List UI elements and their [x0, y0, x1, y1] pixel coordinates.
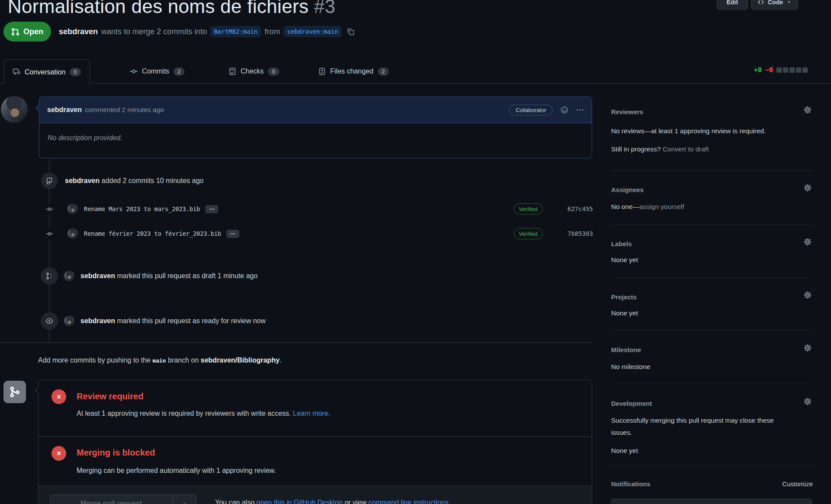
base-branch-label[interactable]: BartM82:main: [210, 26, 261, 37]
tab-files-changed-count: 2: [378, 67, 389, 76]
commit-message-link[interactable]: Rename février 2023 to février_2023.bib: [84, 230, 221, 237]
git-merge-icon: [3, 381, 26, 403]
commit-sha-link[interactable]: 627c455: [559, 205, 593, 212]
development-empty-text: None yet: [611, 447, 638, 455]
sidebar-section-labels: Labels None yet: [611, 225, 813, 278]
customize-link[interactable]: Customize: [782, 480, 813, 488]
event-author-link[interactable]: sebdraven: [81, 272, 115, 279]
labels-empty-text: None yet: [611, 256, 638, 264]
event-author-link[interactable]: sebdraven: [81, 317, 115, 324]
gear-icon[interactable]: [803, 291, 812, 299]
command-line-link[interactable]: command line instructions: [368, 499, 448, 504]
head-branch-label[interactable]: sebdraven:main: [283, 26, 341, 37]
projects-heading[interactable]: Projects: [611, 293, 637, 301]
gear-icon[interactable]: [803, 183, 812, 192]
merge-pull-request-button[interactable]: Merge pull request: [50, 495, 172, 504]
gear-icon[interactable]: [803, 238, 812, 246]
verified-badge[interactable]: Verified: [514, 203, 543, 215]
sidebar-section-projects: Projects None yet: [611, 278, 813, 331]
branch-code: main: [152, 357, 166, 364]
avatar[interactable]: [64, 271, 74, 281]
assignees-heading[interactable]: Assignees: [611, 186, 644, 193]
repo-push-icon: [41, 173, 58, 189]
edit-button[interactable]: Edit: [717, 0, 748, 10]
comment-body: No description provided.: [39, 123, 592, 153]
commit-row: Rename février 2023 to février_2023.bib …: [42, 228, 593, 239]
learn-more-link[interactable]: Learn more.: [293, 410, 330, 417]
github-desktop-link[interactable]: open this in GitHub Desktop: [257, 499, 343, 504]
code-icon: [757, 0, 764, 6]
labels-heading[interactable]: Labels: [611, 240, 632, 247]
gear-icon[interactable]: [803, 343, 812, 352]
sidebar-section-milestone: Milestone No milestone: [611, 331, 813, 384]
kebab-icon[interactable]: [576, 106, 584, 114]
code-button[interactable]: Code: [751, 0, 798, 10]
development-heading[interactable]: Development: [611, 400, 652, 407]
timeline-event-push: sebdraven added 2 commits 10 minutes ago: [41, 173, 203, 189]
x-circle-icon: [52, 446, 66, 461]
avatar[interactable]: [68, 228, 78, 239]
git-commit-icon: [42, 228, 56, 239]
convert-to-draft-link[interactable]: Convert to draft: [663, 145, 709, 153]
smiley-icon[interactable]: [560, 106, 568, 114]
git-commit-icon: [130, 67, 138, 75]
avatar[interactable]: [68, 204, 78, 214]
comment-discussion-icon: [13, 68, 20, 76]
verified-badge[interactable]: Verified: [514, 228, 543, 239]
unsubscribe-button[interactable]: Unsubscribe: [611, 499, 812, 504]
avatar[interactable]: [1, 96, 28, 123]
commit-message-link[interactable]: Rename Mars 2023 to mars_2023.bib: [84, 205, 200, 212]
event-author-link[interactable]: sebdraven: [65, 177, 100, 184]
notifications-heading: Notifications: [611, 480, 651, 488]
merge-options-dropdown[interactable]: [172, 495, 196, 504]
avatar[interactable]: [64, 316, 74, 326]
pr-title-text: Normalisation des noms de fichiers: [8, 0, 309, 17]
sidebar-section-assignees: Assignees No one—assign yourself: [611, 171, 813, 225]
x-circle-icon: [52, 389, 66, 404]
add-more-middle: branch on: [168, 356, 199, 364]
expand-commit-button[interactable]: [205, 205, 218, 213]
review-required-text: At least 1 approving review is required …: [77, 410, 291, 417]
reviewers-heading[interactable]: Reviewers: [611, 108, 643, 116]
diffstat-deletions: −0: [765, 66, 773, 74]
event-description: marked this pull request as ready for re…: [117, 317, 266, 324]
comment-box: sebdraven commented 2 minutes ago Collab…: [39, 96, 592, 158]
timeline-event-ready: sebdraven marked this pull request as re…: [41, 312, 266, 330]
expand-commit-button[interactable]: [226, 230, 239, 238]
timeline-event-draft: sebdraven marked this pull request as dr…: [41, 267, 258, 285]
file-diff-icon: [318, 67, 326, 75]
tab-commits[interactable]: Commits 2: [121, 59, 193, 83]
eye-icon: [41, 312, 58, 330]
sidebar-section-notifications: Notifications Customize Unsubscribe: [611, 465, 813, 504]
add-more-commits-text: Add more commits by pushing to the main …: [38, 356, 281, 364]
tab-files-changed[interactable]: Files changed 2: [309, 59, 397, 83]
comment-author-link[interactable]: sebdraven: [47, 106, 82, 114]
section-divider: [0, 342, 593, 343]
gear-icon[interactable]: [803, 397, 812, 406]
review-required-section: Review required At least 1 approving rev…: [39, 380, 592, 437]
page-title: Normalisation des noms de fichiers #3: [8, 0, 335, 17]
author-link[interactable]: sebdraven: [59, 27, 98, 36]
milestone-heading[interactable]: Milestone: [611, 346, 641, 353]
collaborator-badge: Collaborator: [509, 105, 553, 116]
merging-blocked-text: Merging can be performed automatically w…: [77, 467, 276, 475]
development-description: Successfully merging this pull request m…: [611, 414, 789, 439]
tab-conversation-count: 0: [70, 68, 81, 76]
commit-sha-link[interactable]: 7b85303: [559, 230, 593, 237]
reviewers-empty-text: No reviews—at least 1 approving review i…: [611, 127, 766, 135]
assign-yourself-link[interactable]: assign yourself: [639, 203, 684, 210]
sidebar-section-reviewers: Reviewers No reviews—at least 1 approvin…: [611, 93, 813, 171]
gear-icon[interactable]: [803, 106, 812, 114]
add-more-prefix: Add more commits by pushing to the: [38, 356, 151, 364]
assignees-empty-text: No one—assign yourself: [611, 203, 684, 211]
tab-conversation[interactable]: Conversation 0: [3, 59, 90, 85]
reviewers-draft-line: Still in progress? Convert to draft: [611, 145, 709, 153]
copy-icon[interactable]: [347, 28, 354, 35]
no-one-text: No one—: [611, 203, 639, 210]
add-more-suffix: .: [280, 356, 281, 364]
tab-checks[interactable]: Checks 0: [220, 59, 288, 83]
tabs-divider: [0, 83, 831, 83]
git-commit-icon: [42, 204, 56, 215]
projects-empty-text: None yet: [611, 309, 638, 317]
status-badge-label: Open: [23, 27, 43, 36]
